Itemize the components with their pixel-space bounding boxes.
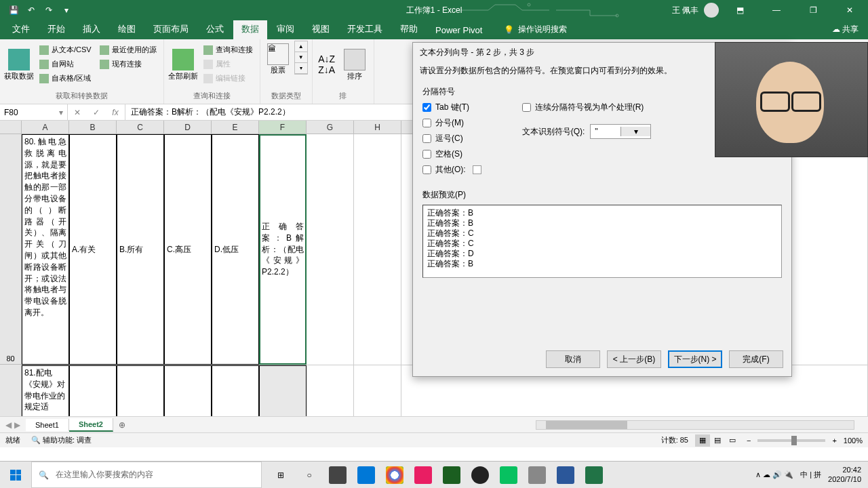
- preview-box[interactable]: 正确答案：B 正确答案：B 正确答案：C 正确答案：C 正确答案：D 正确答案：…: [422, 205, 782, 278]
- qat-more-icon[interactable]: ▾: [58, 2, 75, 18]
- tab-draw[interactable]: 绘图: [110, 19, 144, 39]
- back-button[interactable]: < 上一步(B): [607, 350, 661, 368]
- tb-excel-icon[interactable]: [582, 463, 606, 487]
- sheet-nav-left-icon[interactable]: ◀: [5, 420, 12, 430]
- tab-powerpivot[interactable]: Power Pivot: [427, 21, 490, 39]
- chk-other[interactable]: 其他(O):: [422, 164, 481, 176]
- from-table[interactable]: 自表格/区域: [37, 72, 94, 85]
- undo-icon[interactable]: ↶: [23, 2, 39, 18]
- add-sheet-icon[interactable]: ⊕: [113, 420, 131, 430]
- tray-ime[interactable]: 中 | 拼: [800, 470, 821, 480]
- sheet-tab-1[interactable]: Sheet1: [26, 419, 69, 431]
- get-data-button[interactable]: 获取数据: [4, 41, 34, 88]
- tab-view[interactable]: 视图: [304, 19, 338, 39]
- data-type-gallery[interactable]: ▲▼▾: [294, 41, 308, 75]
- select-all-corner[interactable]: [0, 121, 22, 134]
- close-icon[interactable]: ✕: [834, 0, 865, 20]
- cell-F80[interactable]: 正 确 答案：B解析：（配电《安规》P2.2.2）: [259, 134, 307, 365]
- from-web[interactable]: 自网站: [37, 58, 94, 70]
- zoom-out-icon[interactable]: −: [747, 436, 751, 445]
- tb-cortana-icon[interactable]: ○: [297, 463, 321, 487]
- zoom-slider[interactable]: [757, 439, 825, 442]
- tb-obs-icon[interactable]: [468, 463, 492, 487]
- tb-app3[interactable]: [439, 463, 464, 487]
- col-C[interactable]: C: [117, 121, 164, 134]
- user-name[interactable]: 王 佩丰: [672, 5, 698, 16]
- row-81-header[interactable]: 81: [0, 365, 22, 416]
- start-button[interactable]: [0, 462, 31, 488]
- tb-chrome-icon[interactable]: [382, 463, 407, 487]
- cell-B81[interactable]: [69, 365, 117, 416]
- redo-icon[interactable]: ↷: [41, 2, 57, 18]
- tab-dev[interactable]: 开发工具: [339, 19, 391, 39]
- text-qualifier-select[interactable]: "▾: [590, 124, 651, 139]
- queries-conn[interactable]: 查询和连接: [201, 43, 256, 56]
- tell-me[interactable]: 💡 操作说明搜索: [497, 20, 574, 39]
- row-80-header[interactable]: 80: [0, 134, 22, 365]
- tab-home[interactable]: 开始: [39, 19, 73, 39]
- share-button[interactable]: ☁ 共享: [823, 20, 868, 39]
- other-delim-input[interactable]: [473, 165, 481, 174]
- zoom-in-icon[interactable]: +: [832, 436, 836, 445]
- zoom-level[interactable]: 100%: [844, 436, 863, 445]
- save-icon[interactable]: 💾: [5, 2, 22, 18]
- chk-space[interactable]: 空格(S): [422, 148, 481, 160]
- sheet-nav-right-icon[interactable]: ▶: [14, 420, 20, 430]
- taskbar-search[interactable]: 🔍 在这里输入你要搜索的内容: [31, 462, 262, 488]
- tab-insert[interactable]: 插入: [75, 19, 108, 39]
- tb-app4[interactable]: [525, 463, 549, 487]
- fx-icon[interactable]: fx: [106, 104, 125, 120]
- cancel-formula-icon[interactable]: ✕: [68, 104, 87, 120]
- refresh-all-button[interactable]: 全部刷新: [168, 41, 198, 88]
- col-E[interactable]: E: [212, 121, 259, 134]
- h-scrollbar[interactable]: [536, 420, 854, 430]
- col-D[interactable]: D: [164, 121, 212, 134]
- tab-layout[interactable]: 页面布局: [145, 19, 197, 39]
- ribbon-display-icon[interactable]: ⬒: [724, 0, 755, 20]
- cell-G80[interactable]: [307, 134, 354, 365]
- tab-review[interactable]: 审阅: [269, 19, 302, 39]
- view-buttons[interactable]: ▦▤▭: [695, 434, 740, 447]
- chk-semicolon[interactable]: 分号(M): [422, 117, 481, 129]
- sheet-tab-2[interactable]: Sheet2: [69, 418, 113, 432]
- task-view-icon[interactable]: ⊞: [269, 463, 293, 487]
- cell-E80[interactable]: D.低压: [212, 134, 259, 365]
- col-B[interactable]: B: [69, 121, 117, 134]
- existing-conn[interactable]: 现有连接: [97, 58, 159, 70]
- cell-C81[interactable]: [117, 365, 164, 416]
- col-H[interactable]: H: [354, 121, 401, 134]
- tb-wechat-icon[interactable]: [496, 463, 521, 487]
- tray-icons[interactable]: ∧ ☁ 🔊 🔌: [755, 470, 793, 479]
- chk-comma[interactable]: 逗号(C): [422, 133, 481, 144]
- cell-E81[interactable]: [212, 365, 259, 416]
- stocks-type[interactable]: 🏛股票: [264, 41, 292, 78]
- cell-A81[interactable]: 81.配电《安规》对带电作业的规定适: [22, 365, 69, 416]
- name-box-input[interactable]: [4, 108, 59, 117]
- tab-file[interactable]: 文件: [4, 19, 38, 39]
- cell-D80[interactable]: C.高压: [164, 134, 212, 365]
- tb-word-icon[interactable]: [553, 463, 578, 487]
- cell-F81[interactable]: [259, 365, 307, 416]
- enter-formula-icon[interactable]: ✓: [87, 104, 106, 120]
- chk-consecutive[interactable]: 连续分隔符号视为单个处理(R): [522, 102, 652, 113]
- maximize-icon[interactable]: ❐: [797, 0, 829, 20]
- from-text-csv[interactable]: 从文本/CSV: [37, 43, 94, 56]
- sort-az-button[interactable]: A↓ZZ↓A: [317, 41, 337, 88]
- next-button[interactable]: 下一步(N) >: [668, 350, 722, 368]
- status-accessibility[interactable]: 🔍 辅助功能: 调查: [31, 435, 92, 445]
- cancel-button[interactable]: 取消: [546, 350, 600, 368]
- finish-button[interactable]: 完成(F): [729, 350, 783, 368]
- col-F[interactable]: F: [259, 121, 307, 134]
- cell-B80[interactable]: A.有关: [69, 134, 117, 365]
- sort-button[interactable]: 排序: [340, 41, 370, 88]
- avatar[interactable]: [704, 3, 719, 18]
- minimize-icon[interactable]: —: [761, 0, 792, 20]
- cell-G81[interactable]: [307, 365, 354, 416]
- tb-app2[interactable]: [411, 463, 435, 487]
- cell-D81[interactable]: [164, 365, 212, 416]
- col-A[interactable]: A: [22, 121, 69, 134]
- tb-mail-icon[interactable]: [354, 463, 378, 487]
- cell-A80[interactable]: 80.触电急救脱离电源，就是要把触电者接触的那一部分带电设备的（ ）断路器（开关…: [22, 134, 69, 365]
- cell-H81[interactable]: [354, 365, 401, 416]
- cell-C80[interactable]: B.所有: [117, 134, 164, 365]
